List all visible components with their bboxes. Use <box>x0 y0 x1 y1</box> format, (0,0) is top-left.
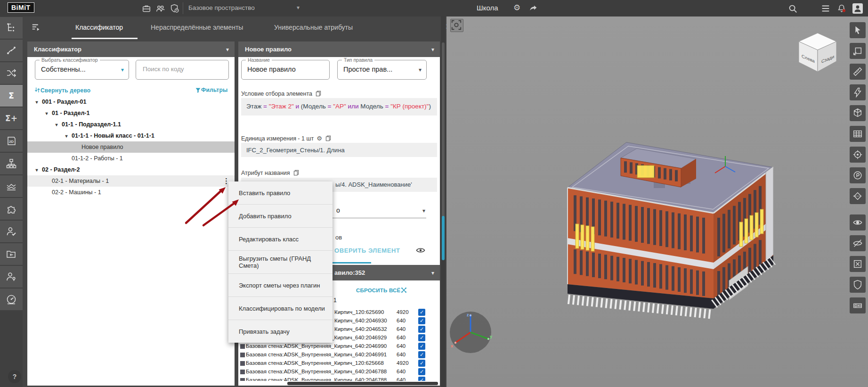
structure-tree-icon[interactable] <box>0 17 23 39</box>
row-checkbox[interactable]: ✓ <box>418 351 425 358</box>
unit-value[interactable]: IFC_2_Геометрия_Стены/1. Длина <box>241 143 437 157</box>
orbit-box-icon[interactable] <box>850 43 866 59</box>
context-menu-item[interactable]: Добавить правило <box>228 204 333 227</box>
copy-icon[interactable] <box>325 135 332 142</box>
tree-item[interactable]: ▾001 - Раздел-01 <box>27 96 235 107</box>
tree-item[interactable]: ▾02 - Раздел-2 <box>27 164 235 175</box>
puzzle-icon[interactable] <box>0 198 23 220</box>
tab-unallocated-elements[interactable]: Нераспределённые элементы <box>151 24 243 31</box>
code-search-input[interactable] <box>142 65 218 73</box>
tree-item[interactable]: ▾01 - Раздел-1 <box>27 107 235 119</box>
context-menu-item[interactable]: Классифицировать по модели <box>228 296 333 320</box>
folder-share-icon[interactable] <box>0 243 23 265</box>
isolate-box-icon[interactable] <box>850 256 866 272</box>
tree-expand-caret-icon[interactable]: ▾ <box>34 167 40 173</box>
eye-hide-icon[interactable] <box>850 235 866 251</box>
briefcase-icon[interactable] <box>141 3 152 14</box>
shuffle-icon[interactable] <box>0 62 23 84</box>
snap-lightning-icon[interactable] <box>850 84 866 100</box>
navigation-cube[interactable]: Слева Сзади <box>796 30 838 74</box>
user-account-icon[interactable] <box>852 3 863 14</box>
shield-status-icon[interactable] <box>170 3 180 14</box>
gauge-icon[interactable] <box>0 288 23 310</box>
classifier-select-caret-icon[interactable]: ▾ <box>121 66 124 73</box>
row-checkbox[interactable]: ✓ <box>418 326 425 333</box>
scrollbar-thumb[interactable] <box>442 42 445 231</box>
context-menu-item[interactable]: Выгрузить сметы (ГРАНД Смета) <box>228 250 333 273</box>
workspace-selector[interactable]: Базовое пространство <box>188 4 255 11</box>
rule-collapse-caret-icon[interactable]: ▾ <box>431 46 434 53</box>
grid-table-icon[interactable] <box>850 126 866 142</box>
tree-expand-caret-icon[interactable]: ▾ <box>64 133 69 139</box>
filters-link[interactable]: Фильтры <box>195 87 227 93</box>
result-row[interactable]: Базовая стена:ADSK_Внутренняя_Кирпич_640… <box>238 351 440 359</box>
tree-expand-caret-icon[interactable]: ▾ <box>54 122 59 127</box>
share-icon[interactable] <box>528 4 539 14</box>
user-location-icon[interactable] <box>0 266 23 288</box>
row-checkbox[interactable]: ✓ <box>418 377 425 381</box>
reset-all-button[interactable]: СБРОСИТЬ ВСЁ <box>356 287 407 294</box>
tree-expand-caret-icon[interactable]: ▾ <box>44 111 49 116</box>
section-plane-icon[interactable] <box>850 188 866 204</box>
wall-section-icon[interactable] <box>850 297 866 313</box>
classifier-select[interactable]: Выбрать классификатор Собственны... ▾ <box>35 60 129 80</box>
context-menu-item[interactable]: Экспорт сметы через плагин <box>228 273 333 296</box>
code-search-field[interactable] <box>136 60 229 80</box>
tree-expand-caret-icon[interactable]: ▾ <box>34 99 40 105</box>
sheet-2d-icon[interactable]: 2D <box>0 130 23 152</box>
collapse-tree-link[interactable]: Свернуть дерево <box>34 87 90 94</box>
tree-item[interactable]: 02-1 - Материалы - 1⋮ <box>27 175 235 187</box>
focus-target-icon[interactable] <box>850 147 866 163</box>
copy-icon[interactable] <box>293 169 300 176</box>
workspace-caret-icon[interactable]: ▾ <box>297 4 300 11</box>
preview-eye-icon[interactable] <box>415 246 426 255</box>
rule-type-select[interactable]: Тип правила Простое прав... ▾ <box>337 60 427 80</box>
horizontal-scrollbar[interactable] <box>287 382 438 385</box>
row-checkbox[interactable]: ✓ <box>418 360 425 367</box>
clip-shield-icon[interactable] <box>850 277 866 293</box>
sum-icon[interactable]: Σ <box>0 85 23 107</box>
eye-show-icon[interactable] <box>850 214 866 231</box>
row-checkbox[interactable]: ✓ <box>418 334 425 341</box>
rule-name-field[interactable]: Название Новое правило <box>241 60 330 80</box>
row-checkbox[interactable]: ✓ <box>418 317 425 324</box>
collapse-panel-icon[interactable] <box>31 22 41 33</box>
vertical-scrollbar[interactable] <box>441 16 446 387</box>
context-menu-item[interactable]: Редактировать класс <box>228 227 333 250</box>
condition-expression[interactable]: Этаж = "Этаж 2" и (Модель = "АР" или Мод… <box>241 98 437 115</box>
context-menu-item[interactable]: Вставить правило <box>228 181 333 204</box>
measure-ruler-icon[interactable] <box>850 64 866 80</box>
tree-item[interactable]: 02-2 - Машины - 1 <box>27 187 235 198</box>
check-element-button[interactable]: ОВЕРИТЬ ЭЛЕМЕНТ <box>334 247 400 254</box>
context-menu-item[interactable]: Привязать задачу <box>228 320 333 343</box>
result-row[interactable]: Базовая стена:ADSK_Внутренняя_Кирпич_120… <box>238 359 440 368</box>
classifier-panel-header[interactable]: Классификатор ▾ <box>27 41 235 57</box>
help-button[interactable]: ? <box>8 370 21 383</box>
model-3d-viewport[interactable]: Слева Сзади z x y <box>446 16 868 387</box>
sum-add-icon[interactable]: Σ+ <box>0 107 23 129</box>
rule-panel-header[interactable]: Новое правило ▾ <box>238 41 440 57</box>
capture-frame-button[interactable] <box>450 19 463 32</box>
tree-item[interactable]: 01-1-2 - Работы - 1 <box>27 153 235 164</box>
search-icon[interactable] <box>787 3 798 14</box>
settings-gear-icon[interactable]: ⚙ <box>513 3 520 13</box>
tab-classifier[interactable]: Классификатор <box>75 24 123 31</box>
scrollbar-thumb-accent[interactable] <box>442 216 445 260</box>
tab-universal-attributes[interactable]: Универсальные атрибуты <box>274 24 353 31</box>
select-cursor-icon[interactable] <box>850 22 866 38</box>
result-row[interactable]: Базовая стена:ADSK_Внутренняя_Кирпич_640… <box>238 376 440 381</box>
tree-item[interactable]: Новое правило <box>27 141 235 153</box>
list-menu-icon[interactable] <box>820 3 831 14</box>
section-box-icon[interactable] <box>850 105 866 121</box>
notifications-bell-icon[interactable] <box>836 3 847 14</box>
result-row[interactable]: Базовая стена:ADSK_Внутренняя_Кирпич_640… <box>238 368 440 376</box>
org-chart-icon[interactable] <box>0 153 23 174</box>
spline-edit-icon[interactable] <box>0 40 23 61</box>
tree-item[interactable]: ▾01-1 - Подраздел-1.1 <box>27 119 235 130</box>
circle-p-icon[interactable] <box>850 167 866 183</box>
team-icon[interactable] <box>155 3 166 14</box>
unit-gear-icon[interactable]: ⚙ <box>316 135 322 142</box>
tree-item[interactable]: ▾01-1-1 - Новый класс - 01-1-1 <box>27 130 235 141</box>
results-collapse-caret-icon[interactable]: ▾ <box>431 270 434 276</box>
classifier-collapse-caret-icon[interactable]: ▾ <box>226 46 229 53</box>
